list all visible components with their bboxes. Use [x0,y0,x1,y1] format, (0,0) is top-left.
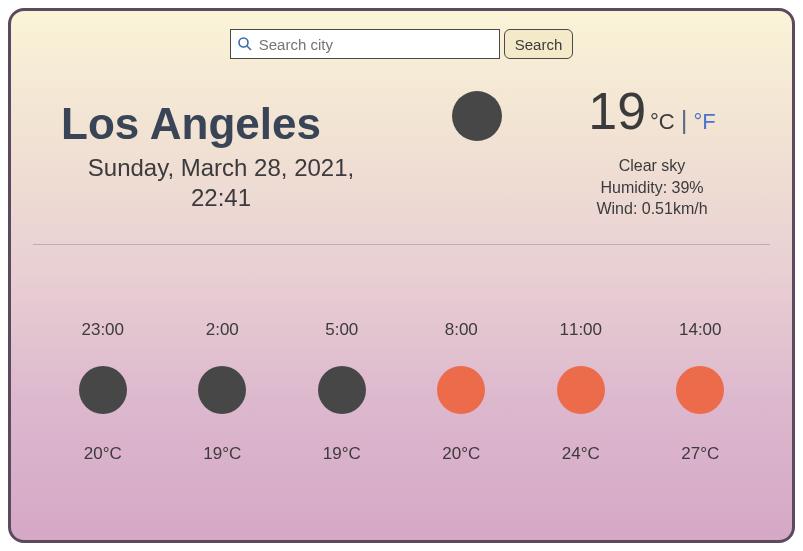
forecast-item: 2:0019°C [163,320,283,464]
search-box[interactable] [230,29,500,59]
forecast-time: 2:00 [163,320,283,340]
forecast-icon [557,366,605,414]
forecast-time: 5:00 [282,320,402,340]
location-block: Los Angeles Sunday, March 28, 2021, 22:4… [61,81,452,213]
temp-value: 19 [588,81,646,141]
unit-fahrenheit[interactable]: °F [694,109,716,135]
forecast-item: 8:0020°C [402,320,522,464]
forecast-temp: 20°C [43,444,163,464]
condition-text: Clear sky Humidity: 39% Wind: 0.51km/h [562,155,742,220]
search-bar: Search [33,29,770,59]
forecast-time: 11:00 [521,320,641,340]
hourly-forecast: 23:0020°C2:0019°C5:0019°C8:0020°C11:0024… [33,245,770,512]
date-time: Sunday, March 28, 2021, 22:41 [61,153,381,213]
humidity: Humidity: 39% [562,177,742,199]
forecast-icon [198,366,246,414]
current-weather-icon [452,91,502,141]
temperature: 19 °C | °F [562,81,742,141]
forecast-item: 5:0019°C [282,320,402,464]
search-input[interactable] [253,36,493,53]
weather-card: Search Los Angeles Sunday, March 28, 202… [8,8,795,543]
search-button[interactable]: Search [504,29,574,59]
svg-point-0 [239,38,248,47]
forecast-time: 23:00 [43,320,163,340]
forecast-time: 14:00 [641,320,761,340]
current-weather: Los Angeles Sunday, March 28, 2021, 22:4… [33,81,770,244]
forecast-item: 23:0020°C [43,320,163,464]
forecast-temp: 20°C [402,444,522,464]
search-icon [237,36,253,52]
forecast-item: 11:0024°C [521,320,641,464]
forecast-icon [318,366,366,414]
svg-line-1 [247,46,251,50]
wind: Wind: 0.51km/h [562,198,742,220]
forecast-icon [437,366,485,414]
unit-separator: | [681,105,688,136]
forecast-icon [676,366,724,414]
forecast-temp: 19°C [163,444,283,464]
forecast-temp: 27°C [641,444,761,464]
unit-celsius[interactable]: °C [650,109,675,135]
sky-condition: Clear sky [562,155,742,177]
forecast-icon [79,366,127,414]
forecast-temp: 19°C [282,444,402,464]
conditions-block: 19 °C | °F Clear sky Humidity: 39% Wind:… [562,81,742,220]
forecast-item: 14:0027°C [641,320,761,464]
forecast-time: 8:00 [402,320,522,340]
city-name: Los Angeles [61,99,452,149]
forecast-temp: 24°C [521,444,641,464]
